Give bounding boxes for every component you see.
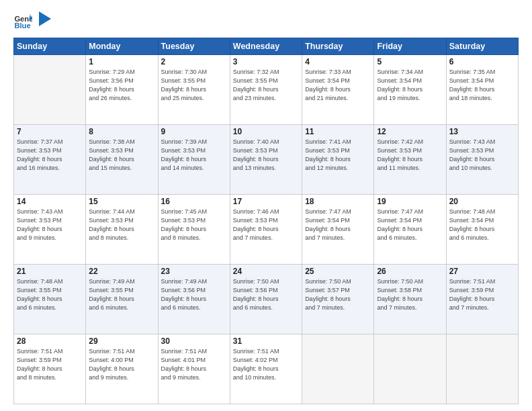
day-info: Sunrise: 7:47 AMSunset: 3:54 PMDaylight:… [305,208,371,242]
day-info: Sunrise: 7:50 AMSunset: 3:58 PMDaylight:… [377,277,443,312]
calendar-cell: 20Sunrise: 7:48 AMSunset: 3:54 PMDayligh… [446,195,518,265]
weekday-header-wednesday: Wednesday [230,38,302,55]
calendar-cell: 24Sunrise: 7:50 AMSunset: 3:56 PMDayligh… [230,265,302,334]
day-info: Sunrise: 7:48 AMSunset: 3:55 PMDaylight:… [17,277,83,312]
day-info: Sunrise: 7:51 AMSunset: 3:59 PMDaylight:… [17,347,83,382]
day-info: Sunrise: 7:46 AMSunset: 3:53 PMDaylight:… [233,208,299,242]
calendar-cell: 10Sunrise: 7:40 AMSunset: 3:53 PMDayligh… [230,125,302,195]
calendar-cell: 13Sunrise: 7:43 AMSunset: 3:53 PMDayligh… [446,125,518,195]
day-info: Sunrise: 7:37 AMSunset: 3:53 PMDaylight:… [17,138,83,173]
calendar-cell [302,334,374,404]
day-number: 22 [89,267,154,276]
day-number: 7 [17,127,83,136]
weekday-header-tuesday: Tuesday [158,38,230,55]
calendar-cell: 7Sunrise: 7:37 AMSunset: 3:53 PMDaylight… [14,125,86,195]
weekday-header-row: SundayMondayTuesdayWednesdayThursdayFrid… [14,38,519,55]
calendar-cell: 16Sunrise: 7:45 AMSunset: 3:53 PMDayligh… [158,195,230,265]
weekday-header-saturday: Saturday [446,38,518,55]
day-info: Sunrise: 7:47 AMSunset: 3:54 PMDaylight:… [377,208,443,242]
day-number: 12 [377,127,443,136]
calendar-cell [14,55,86,125]
day-number: 29 [89,336,154,346]
day-info: Sunrise: 7:44 AMSunset: 3:53 PMDaylight:… [89,208,154,242]
day-number: 30 [161,336,227,346]
calendar-cell: 3Sunrise: 7:32 AMSunset: 3:55 PMDaylight… [230,55,302,125]
day-number: 20 [449,197,515,206]
day-number: 6 [449,57,515,66]
calendar-cell: 15Sunrise: 7:44 AMSunset: 3:53 PMDayligh… [86,195,158,265]
day-info: Sunrise: 7:40 AMSunset: 3:53 PMDaylight:… [233,138,299,173]
calendar-week-4: 21Sunrise: 7:48 AMSunset: 3:55 PMDayligh… [14,265,519,334]
day-number: 14 [17,197,83,206]
calendar-cell [446,334,518,404]
day-number: 19 [377,197,443,206]
day-info: Sunrise: 7:51 AMSunset: 4:00 PMDaylight:… [89,347,154,382]
calendar-cell: 6Sunrise: 7:35 AMSunset: 3:54 PMDaylight… [446,55,518,125]
calendar-cell: 19Sunrise: 7:47 AMSunset: 3:54 PMDayligh… [374,195,446,265]
day-number: 2 [161,57,227,66]
calendar-cell: 21Sunrise: 7:48 AMSunset: 3:55 PMDayligh… [14,265,86,334]
day-number: 24 [233,267,299,276]
day-info: Sunrise: 7:38 AMSunset: 3:53 PMDaylight:… [89,138,154,173]
calendar-cell: 9Sunrise: 7:39 AMSunset: 3:53 PMDaylight… [158,125,230,195]
calendar-cell: 29Sunrise: 7:51 AMSunset: 4:00 PMDayligh… [86,334,158,404]
day-number: 23 [161,267,227,276]
calendar-cell: 31Sunrise: 7:51 AMSunset: 4:02 PMDayligh… [230,334,302,404]
day-number: 18 [305,197,371,206]
day-info: Sunrise: 7:50 AMSunset: 3:56 PMDaylight:… [233,277,299,312]
day-number: 21 [17,267,83,276]
calendar-cell: 23Sunrise: 7:49 AMSunset: 3:56 PMDayligh… [158,265,230,334]
day-number: 8 [89,127,154,136]
day-number: 10 [233,127,299,136]
day-number: 26 [377,267,443,276]
day-info: Sunrise: 7:30 AMSunset: 3:55 PMDaylight:… [161,68,227,103]
weekday-header-friday: Friday [374,38,446,55]
day-info: Sunrise: 7:49 AMSunset: 3:56 PMDaylight:… [161,277,227,312]
day-info: Sunrise: 7:50 AMSunset: 3:57 PMDaylight:… [305,277,371,312]
day-info: Sunrise: 7:29 AMSunset: 3:56 PMDaylight:… [89,68,154,103]
calendar-cell: 11Sunrise: 7:41 AMSunset: 3:53 PMDayligh… [302,125,374,195]
calendar-cell: 12Sunrise: 7:42 AMSunset: 3:53 PMDayligh… [374,125,446,195]
header: General Blue [13,12,519,31]
logo-arrow-icon [39,11,51,26]
calendar-week-5: 28Sunrise: 7:51 AMSunset: 3:59 PMDayligh… [14,334,519,404]
day-info: Sunrise: 7:43 AMSunset: 3:53 PMDaylight:… [17,208,83,242]
weekday-header-sunday: Sunday [14,38,86,55]
calendar-cell: 27Sunrise: 7:51 AMSunset: 3:59 PMDayligh… [446,265,518,334]
logo-icon: General Blue [13,12,32,31]
day-number: 3 [233,57,299,66]
calendar-cell: 18Sunrise: 7:47 AMSunset: 3:54 PMDayligh… [302,195,374,265]
day-info: Sunrise: 7:42 AMSunset: 3:53 PMDaylight:… [377,138,443,173]
day-number: 1 [89,57,154,66]
day-number: 9 [161,127,227,136]
day-number: 31 [233,336,299,346]
day-info: Sunrise: 7:51 AMSunset: 4:01 PMDaylight:… [161,347,227,382]
day-info: Sunrise: 7:33 AMSunset: 3:54 PMDaylight:… [305,68,371,103]
calendar-page: General Blue SundayMondayTuesdayWednesda… [0,0,532,411]
logo: General Blue [13,12,51,31]
calendar-cell: 30Sunrise: 7:51 AMSunset: 4:01 PMDayligh… [158,334,230,404]
weekday-header-monday: Monday [86,38,158,55]
day-info: Sunrise: 7:51 AMSunset: 3:59 PMDaylight:… [449,277,515,312]
day-number: 17 [233,197,299,206]
day-info: Sunrise: 7:45 AMSunset: 3:53 PMDaylight:… [161,208,227,242]
day-info: Sunrise: 7:48 AMSunset: 3:54 PMDaylight:… [449,208,515,242]
weekday-header-thursday: Thursday [302,38,374,55]
day-number: 16 [161,197,227,206]
calendar-cell: 14Sunrise: 7:43 AMSunset: 3:53 PMDayligh… [14,195,86,265]
calendar-cell: 17Sunrise: 7:46 AMSunset: 3:53 PMDayligh… [230,195,302,265]
calendar-cell: 4Sunrise: 7:33 AMSunset: 3:54 PMDaylight… [302,55,374,125]
calendar-table: SundayMondayTuesdayWednesdayThursdayFrid… [13,38,519,404]
svg-text:Blue: Blue [14,21,30,30]
day-info: Sunrise: 7:35 AMSunset: 3:54 PMDaylight:… [449,68,515,103]
calendar-cell: 26Sunrise: 7:50 AMSunset: 3:58 PMDayligh… [374,265,446,334]
day-info: Sunrise: 7:39 AMSunset: 3:53 PMDaylight:… [161,138,227,173]
day-number: 27 [449,267,515,276]
calendar-cell: 2Sunrise: 7:30 AMSunset: 3:55 PMDaylight… [158,55,230,125]
day-number: 11 [305,127,371,136]
calendar-cell: 8Sunrise: 7:38 AMSunset: 3:53 PMDaylight… [86,125,158,195]
calendar-cell: 22Sunrise: 7:49 AMSunset: 3:55 PMDayligh… [86,265,158,334]
day-number: 25 [305,267,371,276]
day-number: 4 [305,57,371,66]
calendar-cell: 5Sunrise: 7:34 AMSunset: 3:54 PMDaylight… [374,55,446,125]
